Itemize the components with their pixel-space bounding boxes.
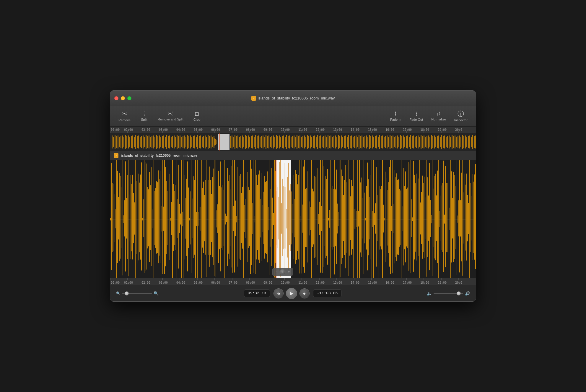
app-window: ♪ islands_of_stability_fc210605_room_mic… <box>110 90 476 302</box>
svg-rect-202 <box>351 135 352 148</box>
svg-rect-131 <box>246 136 247 148</box>
svg-rect-252 <box>425 137 426 147</box>
main-waveform-area[interactable]: − + <box>110 160 476 278</box>
svg-rect-196 <box>342 137 343 147</box>
svg-rect-90 <box>180 135 180 148</box>
svg-rect-95 <box>187 135 188 149</box>
svg-rect-193 <box>338 135 339 149</box>
volume-slider[interactable] <box>434 293 463 294</box>
svg-rect-297 <box>291 160 476 278</box>
svg-rect-246 <box>416 136 417 148</box>
svg-rect-92 <box>183 136 183 148</box>
svg-rect-238 <box>404 137 405 147</box>
svg-text:18:00: 18:00 <box>420 281 429 284</box>
svg-rect-168 <box>301 137 302 147</box>
svg-rect-153 <box>279 135 280 148</box>
svg-rect-44 <box>112 135 113 148</box>
svg-rect-265 <box>444 135 445 148</box>
svg-rect-50 <box>121 136 121 148</box>
remove-and-split-tool[interactable]: ✂⦙ Remove and Split <box>154 110 187 123</box>
zoom-out-button[interactable]: − <box>274 270 279 274</box>
svg-rect-296 <box>290 160 290 278</box>
svg-rect-58 <box>132 135 133 148</box>
svg-rect-158 <box>286 135 287 149</box>
svg-rect-127 <box>240 136 241 148</box>
svg-rect-133 <box>249 137 250 147</box>
svg-text:08:00: 08:00 <box>246 281 255 284</box>
svg-rect-169 <box>302 136 303 148</box>
remove-tool[interactable]: ✂ Remove <box>115 109 134 124</box>
fullscreen-button[interactable] <box>127 96 131 100</box>
svg-rect-73 <box>154 137 155 147</box>
svg-rect-211 <box>364 136 365 148</box>
svg-text:17:00: 17:00 <box>403 281 412 284</box>
fade-in-icon: ⌇ <box>394 111 397 117</box>
volume-slider-thumb[interactable] <box>457 291 461 295</box>
remove-and-split-icon: ✂⦙ <box>168 112 173 116</box>
svg-rect-270 <box>452 135 452 149</box>
normalize-tool[interactable]: ↕⌇ Normalize <box>428 110 450 123</box>
svg-rect-258 <box>434 135 435 148</box>
svg-rect-80 <box>165 137 166 147</box>
svg-rect-212 <box>366 135 367 148</box>
close-button[interactable] <box>114 96 118 100</box>
svg-rect-64 <box>141 136 142 148</box>
svg-rect-94 <box>185 137 186 147</box>
play-pause-button[interactable]: ▶ <box>286 288 297 299</box>
svg-rect-83 <box>169 135 170 148</box>
svg-rect-69 <box>149 135 149 148</box>
main-editor: ♪ islands_of_stability_fc210605_room_mic… <box>110 151 476 278</box>
svg-rect-96 <box>188 136 189 148</box>
svg-rect-245 <box>415 137 416 147</box>
fade-in-tool[interactable]: ⌇ Fade In <box>387 110 405 123</box>
fade-out-tool[interactable]: ⌇ Fade Out <box>406 110 427 123</box>
svg-rect-179 <box>317 135 318 149</box>
svg-rect-108 <box>206 137 207 147</box>
zoom-in-icon: 🔍 <box>154 291 159 296</box>
svg-rect-144 <box>266 135 266 149</box>
rewind-button[interactable]: ⏮ <box>274 288 284 298</box>
zoom-widget[interactable]: − + <box>272 268 293 276</box>
minimize-button[interactable] <box>121 96 125 100</box>
svg-rect-139 <box>258 135 259 148</box>
normalize-icon: ↕⌇ <box>436 112 441 116</box>
svg-text:07:00: 07:00 <box>229 281 237 284</box>
svg-rect-107 <box>205 135 206 148</box>
svg-rect-103 <box>199 136 200 148</box>
svg-rect-87 <box>175 137 176 147</box>
zoom-slider-thumb[interactable] <box>125 291 129 295</box>
svg-text:17:00: 17:00 <box>403 128 412 131</box>
current-time-display: 09:32.13 <box>244 289 270 297</box>
split-tool[interactable]: ⦙ Split <box>135 110 153 123</box>
svg-text:19:00: 19:00 <box>438 128 447 131</box>
zoom-slider[interactable] <box>122 293 152 294</box>
svg-rect-254 <box>428 135 429 148</box>
zoom-knob[interactable] <box>280 269 286 275</box>
svg-rect-215 <box>370 136 371 148</box>
svg-rect-99 <box>193 136 194 148</box>
fade-out-label: Fade Out <box>409 118 423 121</box>
svg-rect-264 <box>443 136 444 148</box>
overview-waveform[interactable] <box>110 133 476 151</box>
svg-rect-191 <box>335 135 336 148</box>
zoom-in-button[interactable]: + <box>287 270 291 274</box>
window-title: ♪ islands_of_stability_fc210605_room_mic… <box>251 96 335 101</box>
svg-rect-201 <box>350 136 351 148</box>
crop-tool[interactable]: ⊡ Crop <box>188 110 206 123</box>
svg-rect-59 <box>134 137 135 147</box>
svg-rect-271 <box>453 136 454 148</box>
svg-rect-122 <box>233 137 234 147</box>
svg-rect-281 <box>468 136 469 148</box>
svg-rect-260 <box>437 136 438 148</box>
fast-forward-button[interactable]: ⏭ <box>299 288 310 298</box>
inspector-tool[interactable]: ⓘ Inspector <box>451 109 471 124</box>
svg-rect-219 <box>376 135 377 148</box>
svg-rect-195 <box>341 135 342 148</box>
svg-rect-207 <box>359 135 359 149</box>
svg-text:16:00: 16:00 <box>385 281 394 284</box>
svg-rect-55 <box>128 135 129 148</box>
svg-rect-278 <box>463 136 464 148</box>
svg-text:02:00: 02:00 <box>141 128 150 131</box>
svg-text:13:00: 13:00 <box>333 128 342 131</box>
svg-rect-143 <box>264 137 265 147</box>
